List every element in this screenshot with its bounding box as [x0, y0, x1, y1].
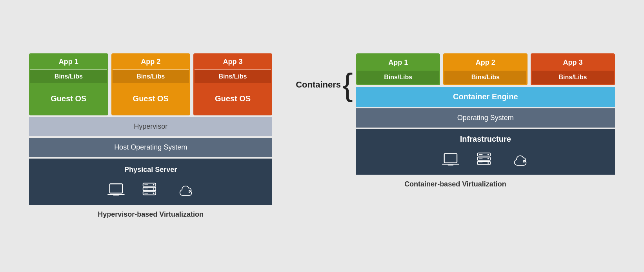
infrastructure-label: Infrastructure [356, 129, 615, 148]
vm1-box: App 1 Bins/Libs Guest OS [29, 53, 108, 115]
vm3-guestos: Guest OS [195, 83, 271, 114]
svg-point-8 [153, 192, 155, 194]
vm3-box: App 3 Bins/Libs Guest OS [193, 53, 272, 115]
server-icon [140, 182, 162, 199]
infrastructure-text: Infrastructure [460, 135, 511, 143]
c3-bins: Bins/Libs [532, 71, 614, 84]
host-os-bar: Host Operating System [29, 138, 272, 157]
physical-icons [29, 178, 272, 205]
main-container: App 1 Bins/Libs Guest OS App 2 Bins/Libs… [0, 46, 644, 226]
c2-app: App 2 [444, 55, 526, 71]
c1-bins: Bins/Libs [357, 71, 439, 84]
svg-rect-12 [444, 153, 457, 162]
container-engine-bar: Container Engine [356, 87, 615, 107]
infra-cloud-icon [508, 152, 529, 169]
containers-label: Containers [296, 80, 341, 90]
vm2-bins: Bins/Libs [113, 70, 189, 83]
physical-server-label: Physical Server [29, 159, 272, 178]
cloud-icon [173, 182, 195, 199]
c2-box: App 2 Bins/Libs [443, 53, 528, 85]
vm3-bins: Bins/Libs [195, 70, 271, 83]
infra-laptop-icon [441, 152, 463, 169]
c2-bins: Bins/Libs [444, 71, 526, 84]
svg-rect-14 [448, 164, 453, 166]
svg-rect-0 [109, 184, 122, 193]
laptop-icon [107, 182, 128, 199]
svg-point-6 [153, 188, 155, 190]
right-stack: App 1 Bins/Libs App 2 Bins/Libs App 3 Bi… [356, 53, 615, 175]
right-diagram: Containers { App 1 Bins/Libs App 2 [296, 53, 615, 188]
c1-box: App 1 Bins/Libs [356, 53, 440, 85]
vm3-app: App 3 [195, 55, 271, 70]
vm2-box: App 2 Bins/Libs Guest OS [111, 53, 190, 115]
left-diagram: App 1 Bins/Libs Guest OS App 2 Bins/Libs… [29, 53, 272, 219]
svg-point-4 [153, 184, 155, 186]
vm1-guestos: Guest OS [30, 83, 107, 114]
vm1-bins: Bins/Libs [30, 70, 107, 83]
containers-bracket: { [342, 69, 353, 100]
infra-icons [356, 148, 615, 175]
svg-point-16 [488, 154, 489, 155]
vms-row: App 1 Bins/Libs Guest OS App 2 Bins/Libs… [29, 53, 272, 115]
containers-row: App 1 Bins/Libs App 2 Bins/Libs App 3 Bi… [356, 53, 615, 85]
containers-label-area: Containers { [296, 53, 356, 116]
svg-point-20 [488, 162, 489, 164]
svg-rect-2 [113, 194, 118, 196]
left-caption: Hypervisor-based Virtualization [98, 210, 204, 219]
vm2-guestos: Guest OS [113, 83, 189, 114]
infra-server-icon [475, 152, 496, 169]
svg-point-18 [488, 158, 489, 160]
c3-box: App 3 Bins/Libs [531, 53, 615, 85]
right-caption: Container-based Virtualization [404, 180, 506, 188]
c3-app: App 3 [532, 55, 614, 71]
hypervisor-bar: Hypervisor [29, 117, 272, 136]
physical-server-text: Physical Server [124, 166, 177, 173]
vm2-app: App 2 [113, 55, 189, 70]
c1-app: App 1 [357, 55, 439, 71]
vm1-app: App 1 [30, 55, 107, 70]
right-inner: Containers { App 1 Bins/Libs App 2 [296, 53, 615, 175]
left-inner: App 1 Bins/Libs Guest OS App 2 Bins/Libs… [29, 53, 272, 205]
operating-system-bar: Operating System [356, 108, 615, 128]
